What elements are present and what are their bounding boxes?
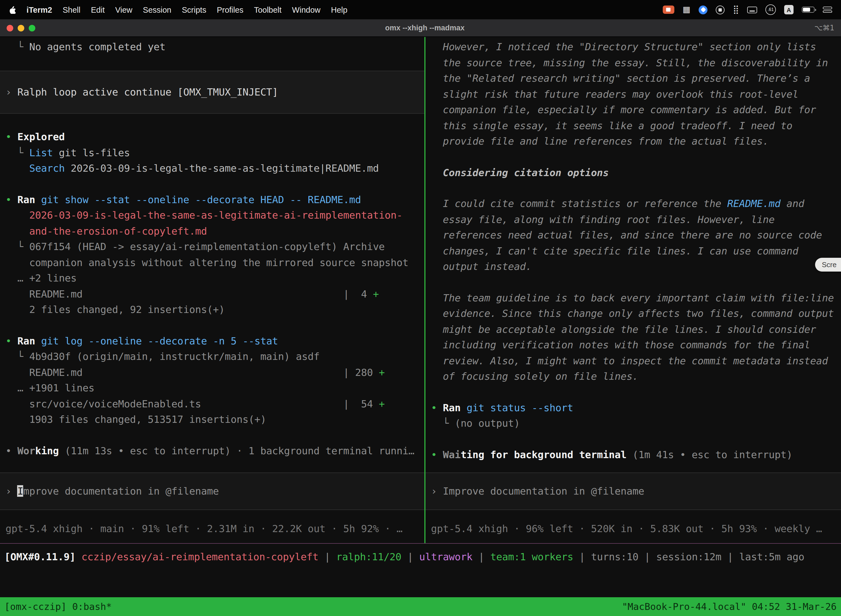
right-scrollback: However, I noticed the "Directory Struct… (425, 37, 841, 462)
menubar-menu-item[interactable]: Profiles (217, 5, 244, 14)
window-title: omx --xhigh --madmax (35, 24, 814, 32)
tmux-panes: └ No agents completed yet› Ralph loop ac… (0, 37, 841, 543)
terminal-line: The team guideline is to back every impo… (431, 290, 835, 306)
terminal-line: └ 4b9d30f (origin/main, instructkr/main,… (6, 349, 419, 365)
minimize-button[interactable] (18, 25, 24, 31)
working-status: • Working (11m 13s • esc to interrupt) ·… (6, 443, 419, 459)
reasoning-heading: Considering citation options (431, 165, 835, 180)
input-source-badge[interactable]: A (784, 5, 794, 14)
terminal-line: companion file, especially if more comme… (431, 102, 835, 118)
menubar-menu-item[interactable]: Edit (91, 5, 105, 14)
close-button[interactable] (7, 25, 13, 31)
grid-app-icon[interactable]: ▦ (683, 6, 690, 14)
omx-status-text: [OMX#0.11.9] cczip/essay/ai-reimplementa… (4, 550, 804, 565)
terminal-line: the "Related research writing" section i… (431, 70, 835, 87)
terminal-line: └ 067f154 (HEAD -> essay/ai-reimplementa… (6, 239, 419, 255)
menubar-menu-item[interactable]: Shell (63, 5, 81, 14)
menubar-menus: ShellEditViewSessionScriptsProfilesToolb… (63, 5, 347, 14)
right-command-input[interactable]: › Improve documentation in @filename (431, 484, 644, 499)
terminal-line: the source tree, missing the essay. Stil… (431, 55, 835, 70)
git-status-tool-call: • Ran git status --short └ (no output) (431, 400, 835, 431)
screen-share-tab[interactable]: Scre (815, 258, 841, 271)
terminal-line: companion analysis without altering the … (6, 255, 419, 270)
explored-tool-call: • Explored └ List git ls-files Search 20… (6, 129, 419, 176)
left-status-line: gpt-5.4 xhigh · main · 91% left · 2.31M … (6, 523, 419, 534)
reasoning-paragraph-3: The team guideline is to back every impo… (431, 290, 835, 384)
git-show-tool-call: • Ran git show --stat --oneline --decora… (6, 192, 419, 318)
omx-status-bar: [OMX#0.11.9] cczip/essay/ai-reimplementa… (0, 543, 841, 571)
terminal-line: slight risk that future readers may over… (431, 87, 835, 102)
terminal-line: provide file and line references from th… (431, 133, 835, 149)
terminal-line: 1903 files changed, 513517 insertions(+) (6, 412, 419, 427)
terminal-line: 2026-03-09-is-legal-the-same-as-legitima… (6, 208, 419, 223)
terminal-line: and-the-erosion-of-copyleft.md (6, 223, 419, 239)
zoom-button[interactable] (29, 25, 35, 31)
tmux-status-bar: [omx-cczip] 0:bash* "MacBook-Pro-44.loca… (0, 597, 841, 616)
terminal-line: • Ran git log --oneline --decorate -n 5 … (6, 333, 419, 349)
right-input-box[interactable]: › Improve documentation in @filename (425, 472, 841, 510)
left-scrollback: └ No agents completed yet› Ralph loop ac… (0, 37, 424, 459)
screen: iTerm2 ShellEditViewSessionScriptsProfil… (0, 0, 841, 616)
terminal-line: Considering citation options (431, 165, 835, 180)
terminal-line: • Waiting for background terminal (1m 41… (431, 447, 835, 462)
traffic-lights (7, 25, 35, 31)
terminal-line: changes, I can't cite specific file line… (431, 243, 835, 259)
terminal-line: › Ralph loop active continue [OMX_TMUX_I… (6, 84, 419, 100)
terminal-line: including verification notes with those … (431, 337, 835, 353)
terminal-line: README.md | 280 + (6, 365, 419, 380)
terminal: └ No agents completed yet› Ralph loop ac… (0, 37, 841, 597)
terminal-line: evidence. Since this change only affects… (431, 306, 835, 321)
screen-recording-stop-icon[interactable] (663, 6, 674, 14)
tmux-session-window[interactable]: [omx-cczip] 0:bash* (4, 601, 112, 612)
keyboard-icon[interactable] (747, 6, 757, 13)
terminal-line: • Ran git status --short (431, 400, 835, 416)
window-titlebar: omx --xhigh --madmax ⌥⌘1 (0, 19, 841, 37)
terminal-line: might be acceptable alongside the file l… (431, 321, 835, 337)
terminal-line: └ (no output) (431, 416, 835, 431)
dots-grid-icon[interactable]: ⣿ (733, 6, 739, 14)
terminal-line: … +1901 lines (6, 380, 419, 396)
terminal-line: review. Also, I might want to inspect th… (431, 353, 835, 369)
menubar-menu-item[interactable]: View (115, 5, 132, 14)
terminal-line: Search 2026-03-09-is-legal-the-same-as-l… (6, 161, 419, 176)
gauge-badge[interactable]: .61 (765, 4, 776, 15)
menubar-menu-item[interactable]: Window (292, 5, 320, 14)
terminal-line: README.md | 4 + (6, 286, 419, 302)
terminal-line: of focusing solely on file lines. (431, 369, 835, 384)
menubar-menu-item[interactable]: Scripts (182, 5, 207, 14)
terminal-line: output instead. (431, 259, 835, 274)
battery-icon[interactable] (802, 7, 815, 13)
menubar-menu-item[interactable]: Help (331, 5, 348, 14)
terminal-line: src/voice/voiceModeEnabled.ts | 54 + (6, 396, 419, 412)
agents-status: └ No agents completed yet (6, 39, 419, 55)
terminal-line: • Working (11m 13s • esc to interrupt) ·… (6, 443, 419, 459)
menu-bar: iTerm2 ShellEditViewSessionScriptsProfil… (0, 0, 841, 19)
tmux-host-time: "MacBook-Pro-44.local" 04:52 31-Mar-26 (622, 601, 837, 612)
terminal-line: 2 files changed, 92 insertions(+) (6, 302, 419, 318)
left-command-input[interactable]: › Improve documentation in @filename (6, 484, 219, 499)
dark-app-icon[interactable] (716, 5, 725, 14)
terminal-line: … +2 lines (6, 270, 419, 286)
apple-menu-icon[interactable] (9, 6, 16, 14)
blue-app-icon[interactable] (699, 5, 708, 14)
terminal-line: However, I noticed the "Directory Struct… (431, 39, 835, 55)
terminal-bottom-gap (0, 571, 841, 597)
menubar-menu-item[interactable]: Session (143, 5, 171, 14)
menubar-app-name[interactable]: iTerm2 (26, 5, 52, 14)
window-shortcut: ⌥⌘1 (814, 24, 834, 32)
terminal-line: └ No agents completed yet (6, 39, 419, 55)
terminal-line: this single essay, it seems like a good … (431, 118, 835, 133)
terminal-line: references need actual files, and since … (431, 227, 835, 243)
left-input-box[interactable]: › Improve documentation in @filename (0, 472, 424, 510)
terminal-line: essay file, along with finding root file… (431, 212, 835, 227)
menubar-status-items: ▦ ⣿ .61 A (663, 4, 832, 15)
pane-left: └ No agents completed yet› Ralph loop ac… (0, 37, 424, 543)
waiting-status: • Waiting for background terminal (1m 41… (431, 447, 835, 462)
right-status-line: gpt-5.4 xhigh · 96% left · 520K in · 5.8… (431, 523, 835, 534)
pane-right: However, I noticed the "Directory Struct… (425, 37, 841, 543)
terminal-line: I could cite commit statistics or refere… (431, 196, 835, 212)
control-center-icon[interactable] (823, 6, 832, 13)
menubar-menu-item[interactable]: Toolbelt (254, 5, 281, 14)
git-log-tool-call: • Ran git log --oneline --decorate -n 5 … (6, 333, 419, 427)
reasoning-paragraph-1: However, I noticed the "Directory Struct… (431, 39, 835, 149)
